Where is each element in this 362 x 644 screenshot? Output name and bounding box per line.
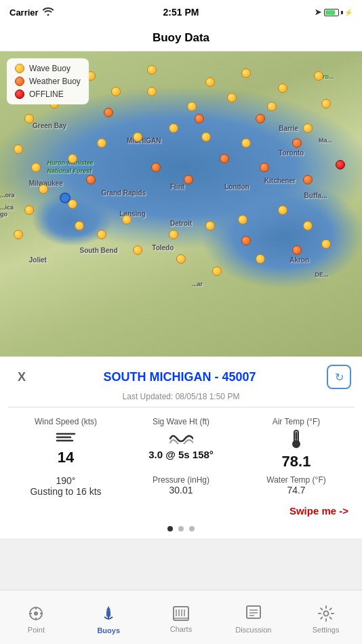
buoy-marker[interactable]: [151, 163, 161, 172]
buoy-marker[interactable]: [147, 87, 157, 96]
water-temp-cell: Water Temp (°F) 74.7: [239, 475, 354, 497]
buoy-marker[interactable]: [303, 221, 313, 230]
buoy-marker[interactable]: [187, 102, 197, 111]
buoy-marker[interactable]: [321, 239, 331, 249]
pressure-cell: Pressure (inHg) 30.01: [123, 475, 239, 497]
buoy-marker[interactable]: [260, 163, 269, 172]
tab-discussion[interactable]: Discussion: [217, 601, 289, 634]
tab-discussion-label: Discussion: [235, 626, 271, 634]
buoy-marker[interactable]: [97, 138, 106, 148]
map-container[interactable]: MICHIGAN Green Bay Barrie Toronto Milwau…: [0, 52, 362, 357]
legend-dot-weather: [15, 77, 24, 86]
status-left: Carrier: [9, 7, 54, 18]
svg-rect-12: [106, 610, 110, 617]
legend-label-weather: Weather Buoy: [29, 77, 81, 86]
svg-point-5: [293, 441, 300, 447]
buoy-marker[interactable]: [31, 163, 41, 172]
buoy-marker[interactable]: [241, 236, 251, 245]
buoy-marker[interactable]: [256, 114, 265, 123]
tab-settings[interactable]: Settings: [289, 601, 362, 634]
buoy-marker[interactable]: [303, 175, 313, 184]
buoy-marker[interactable]: [292, 138, 302, 148]
buoy-marker[interactable]: [278, 205, 287, 215]
buoy-marker[interactable]: [14, 144, 23, 154]
buoy-marker-offline[interactable]: [336, 160, 345, 169]
legend-item-wave: Wave Buoy: [15, 64, 81, 73]
buoy-marker[interactable]: [256, 254, 265, 264]
buoy-marker[interactable]: [227, 93, 237, 102]
buoy-marker[interactable]: [75, 221, 84, 230]
buoy-marker[interactable]: [14, 230, 23, 239]
buoy-marker[interactable]: [39, 184, 48, 194]
buoy-marker[interactable]: [201, 132, 211, 142]
last-updated: Last Updated: 08/05/18 1:50 PM: [0, 392, 362, 407]
page-dot-3: [189, 526, 195, 531]
legend-label-offline: OFFLINE: [29, 89, 64, 99]
buoy-marker[interactable]: [314, 71, 323, 81]
buoy-marker[interactable]: [86, 175, 96, 184]
buoy-marker[interactable]: [24, 114, 34, 123]
buoy-marker[interactable]: [195, 114, 204, 123]
buoy-marker[interactable]: [169, 123, 178, 133]
tab-charts-label: Charts: [170, 625, 192, 633]
buoy-marker[interactable]: [241, 68, 251, 78]
buoy-marker[interactable]: [133, 132, 142, 142]
air-temp-cell: Air Temp (°F) 78.1: [239, 414, 354, 472]
buoy-marker[interactable]: [303, 123, 313, 133]
svg-point-25: [323, 611, 328, 616]
buoy-marker[interactable]: [278, 83, 287, 93]
wind-gust-value: Gusting to 16 kts: [30, 486, 101, 497]
tab-point[interactable]: Point: [0, 601, 73, 634]
svg-rect-21: [247, 606, 260, 618]
buoy-marker[interactable]: [176, 254, 186, 264]
buoy-marker[interactable]: [133, 245, 142, 255]
tab-charts[interactable]: Charts: [145, 602, 218, 633]
buoy-marker[interactable]: [169, 230, 178, 239]
buoy-marker[interactable]: [212, 266, 222, 276]
legend-dot-offline: [15, 89, 24, 99]
buoy-marker[interactable]: [205, 221, 215, 230]
tab-bar: Point Buoys: [0, 590, 362, 644]
buoy-marker[interactable]: [122, 215, 132, 224]
data-grid: Wind Speed (kts) 14 Sig Wave Ht (ft) 3.0…: [0, 407, 362, 472]
detail-panel: X SOUTH MICHIGAN - 45007 ↻ Last Updated:…: [0, 357, 362, 538]
buoy-marker[interactable]: [184, 175, 193, 184]
buoy-marker[interactable]: [111, 87, 121, 96]
wind-speed-cell: Wind Speed (kts) 14: [8, 414, 123, 472]
tab-buoys-label: Buoys: [97, 626, 120, 635]
buoy-marker[interactable]: [267, 102, 277, 111]
buoy-marker[interactable]: [24, 205, 34, 215]
buoy-marker[interactable]: [321, 99, 331, 108]
buoy-marker[interactable]: [292, 245, 302, 255]
refresh-button[interactable]: ↻: [327, 365, 351, 389]
svg-point-7: [34, 611, 38, 616]
status-time: 2:51 PM: [163, 7, 199, 18]
wifi-icon: [43, 7, 54, 18]
buoy-marker[interactable]: [220, 154, 229, 163]
secondary-grid: 190° Gusting to 16 kts Pressure (inHg) 3…: [0, 472, 362, 502]
legend-dot-wave: [15, 64, 24, 73]
close-button[interactable]: X: [11, 366, 33, 388]
air-temp-label: Air Temp (°F): [273, 417, 321, 426]
buoy-marker[interactable]: [68, 154, 77, 163]
discussion-icon: [246, 605, 261, 624]
buoy-marker[interactable]: [205, 77, 215, 87]
wave-icon: [169, 429, 193, 447]
svg-rect-4: [296, 432, 298, 440]
location-icon: ➤: [315, 7, 321, 17]
buoy-marker[interactable]: [97, 230, 106, 239]
buoy-marker[interactable]: [238, 215, 247, 224]
detail-header-row: X SOUTH MICHIGAN - 45007 ↻: [0, 357, 362, 392]
status-right: ➤ ⚡: [315, 7, 353, 17]
svg-marker-13: [106, 606, 110, 610]
tab-buoys[interactable]: Buoys: [73, 601, 145, 635]
buoy-name: SOUTH MICHIGAN - 45007: [33, 370, 327, 384]
buoy-marker[interactable]: [104, 108, 113, 117]
buoy-marker[interactable]: [241, 138, 251, 148]
buoy-marker-selected[interactable]: [60, 193, 71, 203]
pressure-label: Pressure (inHg): [153, 475, 209, 485]
pressure-value: 30.01: [169, 485, 193, 496]
carrier-label: Carrier: [9, 7, 39, 18]
wind-dir-cell: 190° Gusting to 16 kts: [8, 475, 123, 497]
buoy-marker[interactable]: [147, 65, 157, 75]
